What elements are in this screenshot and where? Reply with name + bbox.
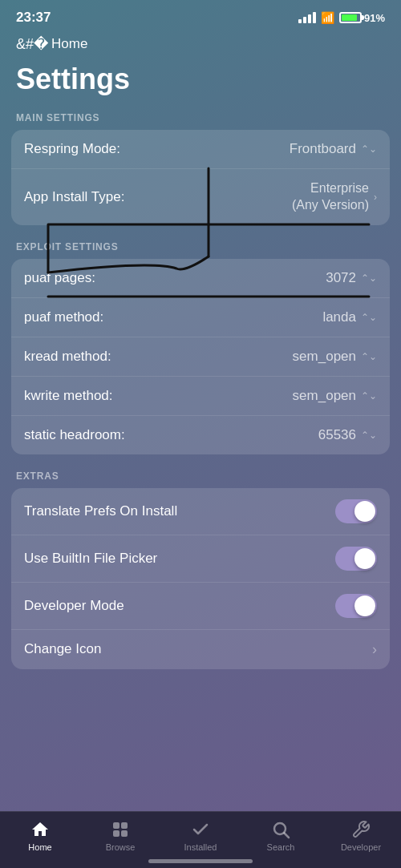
grid-icon [111, 820, 130, 839]
developer-mode-label: Developer Mode [24, 598, 124, 614]
battery-indicator: 91% [339, 12, 385, 24]
app-install-type-chevron-icon: › [374, 192, 377, 203]
home-icon [30, 820, 50, 839]
svg-rect-2 [113, 830, 119, 837]
tab-browse-label: Browse [106, 842, 136, 852]
status-bar: 23:37 📶 91% [0, 0, 401, 32]
kwrite-method-value: sem_open ⌃⌄ [293, 388, 377, 404]
signal-bars-icon [298, 12, 316, 23]
builtin-filepicker-row[interactable]: Use BuiltIn File Picker [11, 535, 390, 583]
respring-mode-label: Respring Mode: [24, 141, 120, 157]
tab-developer[interactable]: Developer [321, 820, 401, 852]
page-title: Settings [0, 59, 401, 112]
static-headroom-value: 65536 ⌃⌄ [318, 427, 377, 443]
respring-mode-chevron-icon: ⌃⌄ [361, 143, 377, 155]
kread-method-value: sem_open ⌃⌄ [293, 349, 377, 365]
kwrite-method-row[interactable]: kwrite method: sem_open ⌃⌄ [11, 377, 390, 416]
tab-browse[interactable]: Browse [80, 820, 160, 852]
kread-method-chevron-icon: ⌃⌄ [361, 351, 377, 362]
kwrite-method-chevron-icon: ⌃⌄ [361, 390, 377, 402]
extras-settings-card: Translate Prefs On Install Use BuiltIn F… [11, 488, 390, 669]
kread-method-row[interactable]: kread method: sem_open ⌃⌄ [11, 337, 390, 377]
app-install-type-row[interactable]: App Install Type: Enterprise(Any Version… [11, 169, 390, 225]
tab-home-label: Home [28, 842, 51, 852]
wifi-icon: 📶 [321, 11, 334, 24]
respring-mode-value: Frontboard ⌃⌄ [290, 141, 377, 157]
translate-prefs-toggle[interactable] [335, 499, 377, 523]
kread-method-label: kread method: [24, 349, 111, 365]
developer-mode-row[interactable]: Developer Mode [11, 583, 390, 630]
tab-developer-label: Developer [341, 842, 381, 852]
section-label-exploit: EXPLOIT SETTINGS [0, 241, 401, 259]
back-chevron-icon: &#� [16, 35, 48, 53]
tab-search-label: Search [267, 842, 295, 852]
puaf-method-row[interactable]: puaf method: landa ⌃⌄ [11, 298, 390, 337]
puaf-method-chevron-icon: ⌃⌄ [361, 312, 377, 323]
static-headroom-chevron-icon: ⌃⌄ [361, 430, 377, 441]
developer-mode-toggle[interactable] [335, 594, 377, 618]
svg-rect-0 [113, 822, 119, 829]
section-label-main: MAIN SETTINGS [0, 112, 401, 130]
puaf-pages-value: 3072 ⌃⌄ [326, 270, 377, 286]
change-icon-row[interactable]: Change Icon › [11, 630, 390, 669]
puaf-pages-chevron-icon: ⌃⌄ [361, 273, 377, 284]
status-icons: 📶 91% [298, 11, 385, 24]
tab-search[interactable]: Search [241, 820, 321, 852]
svg-rect-3 [121, 830, 128, 837]
svg-rect-1 [121, 822, 128, 829]
builtin-filepicker-label: Use BuiltIn File Picker [24, 551, 157, 567]
search-icon [271, 820, 290, 839]
section-label-extras: EXTRAS [0, 470, 401, 488]
app-install-type-value: Enterprise(Any Version) › [292, 180, 377, 214]
change-icon-chevron-icon: › [372, 641, 377, 658]
puaf-pages-row[interactable]: puaf pages: 3072 ⌃⌄ [11, 259, 390, 298]
static-headroom-label: static headroom: [24, 427, 125, 443]
nav-back[interactable]: &#� Home [0, 32, 401, 59]
static-headroom-row[interactable]: static headroom: 65536 ⌃⌄ [11, 416, 390, 454]
translate-prefs-row[interactable]: Translate Prefs On Install [11, 488, 390, 535]
change-icon-label: Change Icon [24, 641, 101, 657]
main-settings-card: Respring Mode: Frontboard ⌃⌄ App Install… [11, 130, 390, 225]
puaf-method-value: landa ⌃⌄ [322, 309, 377, 325]
svg-line-5 [285, 834, 290, 838]
battery-percent: 91% [364, 12, 385, 24]
app-install-type-label: App Install Type: [24, 189, 124, 205]
respring-mode-row[interactable]: Respring Mode: Frontboard ⌃⌄ [11, 130, 390, 169]
tab-home[interactable]: Home [0, 820, 80, 852]
home-indicator [148, 859, 253, 863]
change-icon-value: › [372, 641, 377, 658]
builtin-filepicker-toggle[interactable] [335, 547, 377, 571]
content-area: MAIN SETTINGS Respring Mode: Frontboard … [0, 112, 401, 781]
nav-back-label: Home [51, 36, 87, 52]
translate-prefs-label: Translate Prefs On Install [24, 503, 177, 519]
kwrite-method-label: kwrite method: [24, 388, 113, 404]
tab-installed-label: Installed [184, 842, 217, 852]
status-time: 23:37 [16, 10, 51, 26]
puaf-pages-label: puaf pages: [24, 270, 95, 286]
tab-installed[interactable]: Installed [160, 820, 241, 852]
puaf-method-label: puaf method: [24, 309, 103, 325]
exploit-settings-card: puaf pages: 3072 ⌃⌄ puaf method: landa ⌃… [11, 259, 390, 454]
wrench-icon [351, 820, 371, 839]
checkmark-icon [191, 820, 210, 839]
